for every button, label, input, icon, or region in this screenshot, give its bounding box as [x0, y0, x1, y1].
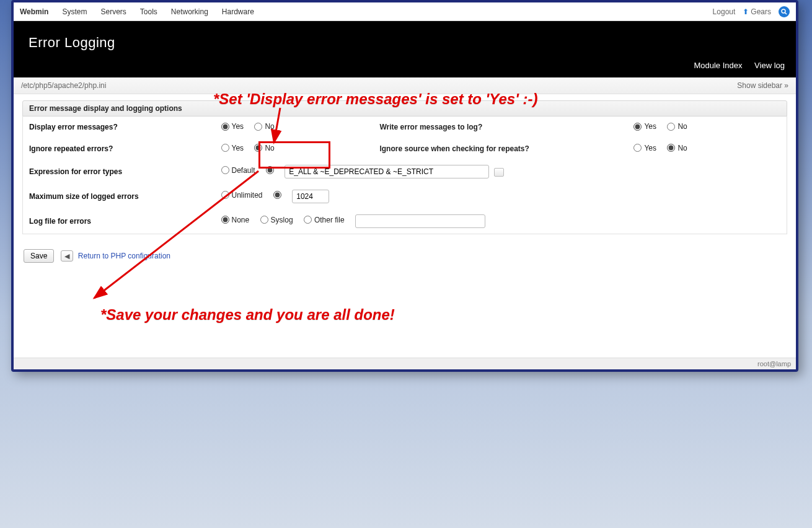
svg-line-3	[94, 171, 258, 298]
annotation-arrow-1	[14, 2, 798, 372]
svg-line-2	[274, 108, 280, 143]
window-frame: Webmin System Servers Tools Networking H…	[11, 0, 798, 372]
